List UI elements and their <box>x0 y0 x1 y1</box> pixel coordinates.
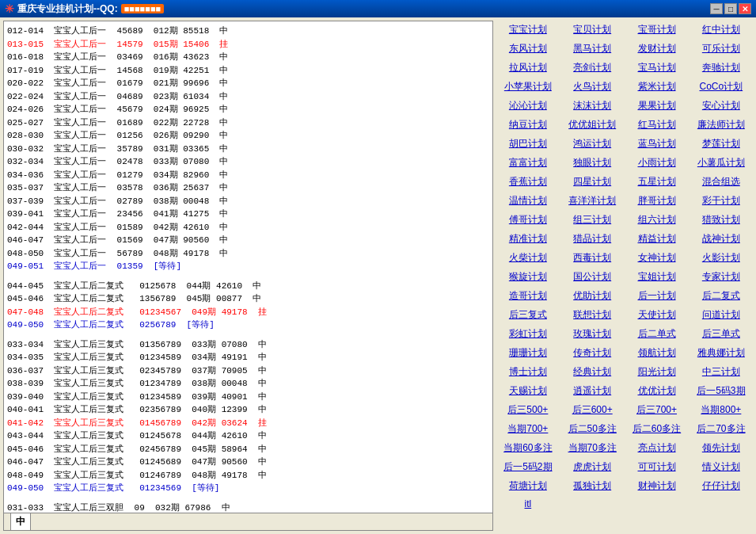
plan-item-15[interactable]: CoCo计划 <box>690 78 753 96</box>
plan-item-7[interactable]: 可乐计划 <box>690 40 753 58</box>
plan-item-42[interactable]: 组六计划 <box>625 211 688 229</box>
plan-item-19[interactable]: 安心计划 <box>690 97 753 115</box>
plan-item-41[interactable]: 组三计划 <box>560 211 624 229</box>
plan-item-23[interactable]: 廉法师计划 <box>690 116 753 134</box>
plan-item-29[interactable]: 独眼计划 <box>560 154 624 172</box>
plan-item-44[interactable]: 精准计划 <box>496 230 560 248</box>
plan-item-18[interactable]: 果果计划 <box>625 97 688 115</box>
plan-item-62[interactable]: 天使计划 <box>625 306 688 324</box>
plan-item-30[interactable]: 小雨计划 <box>625 154 688 172</box>
plan-item-81[interactable]: 后三600+ <box>560 401 624 419</box>
plan-item-80[interactable]: 后三500+ <box>496 401 560 419</box>
plan-item-13[interactable]: 火鸟计划 <box>560 78 624 96</box>
plan-item-12[interactable]: 小苹果计划 <box>496 78 560 96</box>
plan-item-36[interactable]: 温情计划 <box>496 192 560 210</box>
plan-item-1[interactable]: 宝贝计划 <box>560 21 624 39</box>
plan-item-6[interactable]: 发财计划 <box>625 40 688 58</box>
plan-item-55[interactable]: 专家计划 <box>690 268 753 286</box>
plan-item-24[interactable]: 胡巴计划 <box>496 135 560 153</box>
plan-item-11[interactable]: 奔驰计划 <box>690 59 753 77</box>
plan-item-76[interactable]: 天赐计划 <box>496 382 560 400</box>
plan-item-47[interactable]: 战神计划 <box>690 230 753 248</box>
plan-item-93[interactable]: 虎虎计划 <box>560 458 624 476</box>
plan-item-2[interactable]: 宝哥计划 <box>625 21 688 39</box>
plan-item-51[interactable]: 火影计划 <box>690 249 753 267</box>
plan-item-77[interactable]: 逍遥计划 <box>560 382 624 400</box>
plan-item-67[interactable]: 后三单式 <box>690 325 753 343</box>
plan-item-34[interactable]: 五星计划 <box>625 173 688 191</box>
plan-item-16[interactable]: 沁沁计划 <box>496 97 560 115</box>
minimize-button[interactable]: ─ <box>710 3 723 14</box>
plan-item-35[interactable]: 混合组选 <box>690 173 753 191</box>
plan-item-0[interactable]: 宝宝计划 <box>496 21 560 39</box>
plan-item-43[interactable]: 猎致计划 <box>690 211 753 229</box>
plan-item-49[interactable]: 西毒计划 <box>560 249 624 267</box>
plan-item-21[interactable]: 优优姐计划 <box>560 116 624 134</box>
plan-item-20[interactable]: 纳豆计划 <box>496 116 560 134</box>
plan-item-9[interactable]: 亮剑计划 <box>560 59 624 77</box>
plan-item-84[interactable]: 当期700+ <box>496 420 560 438</box>
plan-item-91[interactable]: 领先计划 <box>690 439 753 457</box>
plan-item-52[interactable]: 猴旋计划 <box>496 268 560 286</box>
plan-item-33[interactable]: 四星计划 <box>560 173 624 191</box>
plan-item-66[interactable]: 后二单式 <box>625 325 688 343</box>
plan-item-65[interactable]: 玫瑰计划 <box>560 325 624 343</box>
plan-item-10[interactable]: 宝马计划 <box>625 59 688 77</box>
plan-item-26[interactable]: 蓝鸟计划 <box>625 135 688 153</box>
plan-item-25[interactable]: 鸿运计划 <box>560 135 624 153</box>
plan-item-96[interactable]: 荷塘计划 <box>496 477 560 495</box>
plan-item-32[interactable]: 香蕉计划 <box>496 173 560 191</box>
maximize-button[interactable]: □ <box>724 3 737 14</box>
plan-item-28[interactable]: 富富计划 <box>496 154 560 172</box>
plan-item-68[interactable]: 珊珊计划 <box>496 344 560 362</box>
plan-item-60[interactable]: 后三复式 <box>496 306 560 324</box>
plan-item-69[interactable]: 传奇计划 <box>560 344 624 362</box>
plan-item-83[interactable]: 当期800+ <box>690 401 753 419</box>
plan-item-48[interactable]: 火柴计划 <box>496 249 560 267</box>
plan-item-45[interactable]: 猎品计划 <box>560 230 624 248</box>
plan-item-56[interactable]: 造哥计划 <box>496 287 560 305</box>
plan-item-37[interactable]: 喜洋洋计划 <box>560 192 624 210</box>
plan-item-74[interactable]: 阳光计划 <box>625 363 688 381</box>
plan-item-3[interactable]: 红中计划 <box>690 21 753 39</box>
plan-item-88[interactable]: 当期60多注 <box>496 439 560 457</box>
plan-item-92[interactable]: 后一5码2期 <box>496 458 560 476</box>
plan-item-61[interactable]: 联想计划 <box>560 306 624 324</box>
plan-item-14[interactable]: 紫米计划 <box>625 78 688 96</box>
plan-item-85[interactable]: 后二50多注 <box>560 420 624 438</box>
plan-item-58[interactable]: 后一计划 <box>625 287 688 305</box>
plan-item-90[interactable]: 亮点计划 <box>625 439 688 457</box>
plan-item-82[interactable]: 后三700+ <box>625 401 688 419</box>
plan-item-99[interactable]: 仔仔计划 <box>690 477 753 495</box>
plan-item-59[interactable]: 后二复式 <box>690 287 753 305</box>
plan-item-57[interactable]: 优助计划 <box>560 287 624 305</box>
plan-list[interactable]: 012-014 宝宝人工后一 45689 012期 85518 中013-015… <box>4 21 492 513</box>
plan-item-75[interactable]: 中三计划 <box>690 363 753 381</box>
plan-item-73[interactable]: 经典计划 <box>560 363 624 381</box>
plan-item-4[interactable]: 东风计划 <box>496 40 560 58</box>
plan-item-70[interactable]: 领航计划 <box>625 344 688 362</box>
plan-item-71[interactable]: 雅典娜计划 <box>690 344 753 362</box>
plan-item-94[interactable]: 可可计划 <box>625 458 688 476</box>
plan-item-79[interactable]: 后一5码3期 <box>690 382 753 400</box>
plan-item-78[interactable]: 优优计划 <box>625 382 688 400</box>
plan-item-53[interactable]: 国公计划 <box>560 268 624 286</box>
plan-item-46[interactable]: 精益计划 <box>625 230 688 248</box>
plan-item-40[interactable]: 傅哥计划 <box>496 211 560 229</box>
close-button[interactable]: ✕ <box>739 3 751 14</box>
plan-item-17[interactable]: 沫沫计划 <box>560 97 624 115</box>
plan-item-95[interactable]: 情义计划 <box>690 458 753 476</box>
plan-item-87[interactable]: 后二70多注 <box>690 420 753 438</box>
plan-item-64[interactable]: 彩虹计划 <box>496 325 560 343</box>
plan-item-54[interactable]: 宝姐计划 <box>625 268 688 286</box>
plan-item-86[interactable]: 后二60多注 <box>625 420 688 438</box>
plan-item-97[interactable]: 孤独计划 <box>560 477 624 495</box>
plan-item-98[interactable]: 财神计划 <box>625 477 688 495</box>
plan-item-27[interactable]: 梦莲计划 <box>690 135 753 153</box>
plan-item-39[interactable]: 彩干计划 <box>690 192 753 210</box>
plan-item-31[interactable]: 小薯瓜计划 <box>690 154 753 172</box>
plan-item-5[interactable]: 黑马计划 <box>560 40 624 58</box>
plan-item-38[interactable]: 胖哥计划 <box>625 192 688 210</box>
plan-item-89[interactable]: 当期70多注 <box>560 439 624 457</box>
plan-item-8[interactable]: 拉风计划 <box>496 59 560 77</box>
